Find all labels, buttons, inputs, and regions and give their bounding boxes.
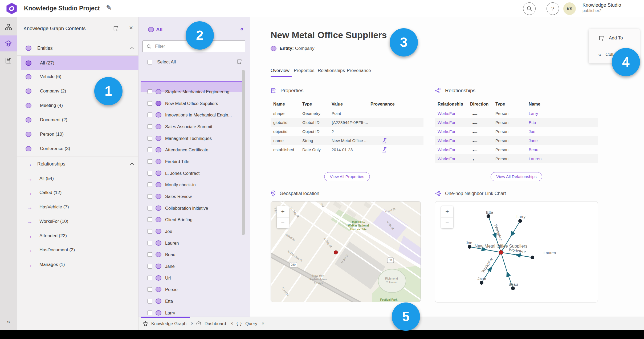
item-checkbox[interactable] <box>148 90 152 94</box>
item-checkbox[interactable] <box>148 159 152 164</box>
item-checkbox[interactable] <box>148 194 152 199</box>
sidebar-item-hasvehicle[interactable]: → HasVehicle (7) <box>17 200 138 214</box>
node-lauren[interactable] <box>531 256 534 259</box>
sidebar-item-vehicle[interactable]: Vehicle (6) <box>17 70 138 84</box>
tab-relationships[interactable]: Relationships <box>318 68 345 76</box>
select-all-checkbox[interactable] <box>148 60 152 64</box>
tab-provenance[interactable]: Provenance <box>347 68 371 76</box>
item-checkbox[interactable] <box>148 183 152 187</box>
node-joe[interactable] <box>468 245 471 249</box>
view-tab-knowledge-graph[interactable]: Knowledge Graph × <box>143 317 194 330</box>
list-item[interactable]: Uri <box>138 272 250 284</box>
list-item[interactable]: Montly check-in <box>138 179 250 190</box>
list-scrollbar[interactable] <box>242 70 245 235</box>
item-checkbox[interactable] <box>148 217 152 222</box>
item-checkbox[interactable] <box>148 113 152 117</box>
rail-item-contents-selected[interactable] <box>0 35 17 51</box>
sidebar-item-meeting[interactable]: Meeting (4) <box>17 99 138 112</box>
close-tab-icon[interactable]: × <box>262 321 264 326</box>
node-larry[interactable] <box>518 219 522 223</box>
entity-circle-icon <box>26 60 31 66</box>
list-item[interactable]: Beau <box>138 249 250 260</box>
view-all-properties-button[interactable]: View All Properties <box>324 172 370 181</box>
one-hop-link-chart[interactable]: + − Etta Lar <box>435 201 598 302</box>
zoom-out-button[interactable]: − <box>277 217 289 228</box>
poi-label: Historic Site <box>350 228 366 231</box>
zoom-out-button[interactable]: − <box>441 217 453 228</box>
view-tab-query[interactable]: { } Query × <box>237 317 264 330</box>
item-checkbox[interactable] <box>148 252 152 257</box>
item-checkbox[interactable] <box>148 299 152 304</box>
tab-properties[interactable]: Properties <box>294 68 314 76</box>
add-to-new-tab-button[interactable] <box>113 25 119 33</box>
view-tab-dashboard[interactable]: Dashboard × <box>196 317 233 330</box>
rail-item-datamodel[interactable] <box>0 21 17 33</box>
add-to-button[interactable] <box>237 59 242 66</box>
sidebar-item-attended[interactable]: → Attended (22) <box>17 229 138 243</box>
sidebar-item-conference[interactable]: Conference (3) <box>17 142 138 156</box>
rail-collapse-button[interactable]: » <box>0 316 17 328</box>
sidebar-item-entities-all[interactable]: All (27) <box>17 56 138 70</box>
item-checkbox[interactable] <box>148 241 152 245</box>
list-item[interactable]: Jane <box>138 261 250 272</box>
list-item[interactable]: Staplers Mechanical Engineering <box>138 86 250 97</box>
list-item[interactable]: Innovations in Mechanical Engin... <box>138 109 250 120</box>
sidebar-item-document[interactable]: Document (2) <box>17 113 138 127</box>
list-item[interactable]: Persie <box>138 284 250 295</box>
close-panel-button[interactable]: × <box>129 24 133 31</box>
list-item[interactable]: Collaboration initiative <box>138 203 250 214</box>
item-checkbox[interactable] <box>148 171 152 176</box>
sidebar-item-called[interactable]: → Called (12) <box>17 186 138 200</box>
item-checkbox[interactable] <box>148 311 152 315</box>
list-item[interactable]: L. Jones Contract <box>138 168 250 179</box>
zoom-in-button[interactable]: + <box>277 206 289 217</box>
edit-title-pencil-icon[interactable]: ✎ <box>106 4 112 12</box>
list-item[interactable]: Attendance Certificate <box>138 144 250 155</box>
zoom-in-button[interactable]: + <box>441 206 453 217</box>
geospatial-map[interactable]: + − <box>271 201 421 302</box>
list-item-selected[interactable]: New Metal Office Suppliers <box>138 98 250 109</box>
list-item[interactable]: Joe <box>138 226 250 237</box>
item-checkbox[interactable] <box>148 276 152 280</box>
provenance-flag-icon[interactable] <box>382 138 387 144</box>
item-checkbox[interactable] <box>148 287 152 292</box>
sidebar-item-rel-all[interactable]: → All (54) <box>17 172 138 185</box>
list-header-all[interactable]: All <box>156 27 162 33</box>
entities-section-header[interactable]: Entities <box>17 41 138 55</box>
collapse-panel-button[interactable]: « <box>240 26 243 33</box>
sidebar-item-hasdocument[interactable]: → HasDocument (2) <box>17 243 138 257</box>
item-checkbox[interactable] <box>148 206 152 211</box>
item-checkbox[interactable] <box>148 124 152 129</box>
rail-item-save[interactable] <box>0 55 17 66</box>
node-jane[interactable] <box>480 281 483 285</box>
sidebar-item-person[interactable]: Person (10) <box>17 127 138 141</box>
user-block[interactable]: Knowledge Studio publisher2 <box>582 2 621 13</box>
help-button[interactable]: ? <box>547 2 559 15</box>
close-tab-icon[interactable]: × <box>230 321 233 326</box>
close-tab-icon[interactable]: × <box>191 321 194 326</box>
node-etta[interactable] <box>487 214 490 218</box>
list-item[interactable]: Lauren <box>138 237 250 249</box>
item-checkbox[interactable] <box>148 148 152 152</box>
relationships-section-header[interactable]: → Relationships <box>17 157 138 171</box>
list-item[interactable]: Etta <box>138 296 250 307</box>
user-avatar[interactable]: KS <box>563 2 576 15</box>
add-to-action[interactable]: Add To <box>589 34 640 43</box>
list-item[interactable]: Firebird Title <box>138 156 250 167</box>
sidebar-item-manages[interactable]: → Manages (1) <box>17 258 138 272</box>
tab-overview[interactable]: Overview <box>271 68 290 76</box>
search-button[interactable] <box>523 2 536 15</box>
provenance-flag-icon[interactable] <box>382 147 387 153</box>
item-checkbox[interactable] <box>148 136 152 141</box>
node-beau[interactable] <box>511 286 515 290</box>
list-item[interactable]: Client Briefing <box>138 214 250 225</box>
sidebar-item-worksfor[interactable]: → WorksFor (10) <box>17 215 138 228</box>
item-checkbox[interactable] <box>148 229 152 234</box>
list-item[interactable]: Managment Techniques <box>138 133 250 144</box>
view-all-relationships-button[interactable]: View All Relationships <box>491 172 542 181</box>
item-checkbox[interactable] <box>148 264 152 269</box>
list-item[interactable]: Sales Review <box>138 191 250 202</box>
item-checkbox[interactable] <box>148 101 152 106</box>
node-center[interactable] <box>499 251 503 255</box>
list-item[interactable]: Sales Associate Summit <box>138 121 250 132</box>
